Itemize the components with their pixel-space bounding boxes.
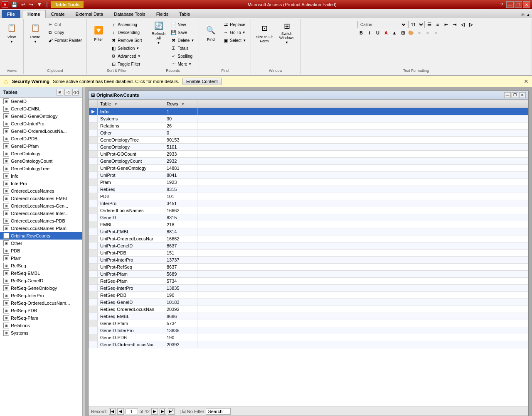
table-row[interactable]: UniProt-EMBL8814 (89, 228, 528, 235)
tab-table[interactable]: Table (174, 10, 195, 18)
help-btn[interactable]: ? (500, 1, 503, 8)
table-row[interactable]: GeneOntologyCount2932 (89, 158, 528, 165)
row-selector[interactable] (89, 306, 98, 313)
table-item[interactable]: ⊞RefSeq (0, 262, 82, 269)
nav-first-btn[interactable]: |◀ (109, 408, 116, 415)
row-selector[interactable] (89, 327, 98, 334)
save-record-button[interactable]: 💾 Save (169, 29, 197, 36)
row-selector[interactable] (89, 235, 98, 242)
panel-collapse-btn[interactable]: ◁ (64, 89, 71, 95)
cut-button[interactable]: ✂ Cut (45, 21, 84, 28)
indent-decrease-btn[interactable]: ⇤ (442, 21, 450, 28)
nav-search-input[interactable] (206, 408, 231, 415)
highlight-btn[interactable]: ▲ (391, 29, 398, 37)
table-row[interactable]: Relations26 (89, 122, 528, 130)
view-button[interactable]: 📋 View ▼ (2, 21, 21, 45)
table-row[interactable]: Other0 (89, 130, 528, 137)
tab-create[interactable]: Create (46, 10, 70, 18)
table-row[interactable]: UniProt-GOCount2933 (89, 151, 528, 158)
panel-search-btn[interactable]: ⊕ (57, 89, 63, 95)
goto-button[interactable]: → Go To ▼ (221, 29, 248, 36)
paste-button[interactable]: 📋 Paste ▼ (26, 21, 44, 45)
table-item[interactable]: ⊞Pfam (0, 254, 82, 262)
toggle-filter-button[interactable]: ⊟ Toggle Filter (108, 60, 144, 68)
table-item[interactable]: ⊞GeneOntology (0, 150, 82, 157)
ribbon-help-btn[interactable]: ⊕ (521, 12, 525, 17)
row-selector[interactable] (89, 122, 98, 130)
row-selector[interactable] (89, 228, 98, 235)
table-row[interactable]: UniProt-GeneID8637 (89, 242, 528, 250)
table-item[interactable]: ⊞RefSeq-GeneID (0, 277, 82, 284)
qa-save-btn[interactable]: 💾 (10, 1, 19, 8)
row-selector[interactable] (89, 186, 98, 193)
enable-content-button[interactable]: Enable Content (182, 78, 222, 85)
list-bullets-btn[interactable]: ☰ (426, 21, 433, 28)
nav-prev-btn[interactable]: ◀ (117, 408, 124, 415)
table-row[interactable]: GeneID-Pfam5734 (89, 320, 528, 327)
table-item[interactable]: ⊞Systems (0, 329, 82, 337)
more-button[interactable]: ⋯ More ▼ (169, 60, 197, 68)
row-selector[interactable] (89, 250, 98, 257)
row-selector[interactable] (89, 158, 98, 165)
table-row[interactable]: RefSeq-GeneID10183 (89, 299, 528, 306)
table-row[interactable]: RefSeq8315 (89, 186, 528, 193)
col-table[interactable]: Table ▼ (98, 100, 164, 108)
descending-button[interactable]: ↓ Descending (108, 29, 144, 36)
tab-home[interactable]: Home (22, 10, 46, 18)
row-selector[interactable] (89, 278, 98, 285)
tw-restore-btn[interactable]: ❐ (512, 92, 518, 98)
align-left-btn[interactable]: ≡ (416, 29, 423, 37)
row-selector[interactable] (89, 172, 98, 179)
tab-fields[interactable]: Fields (151, 10, 174, 18)
row-selector[interactable] (89, 334, 98, 341)
indent-increase-btn[interactable]: ⇥ (451, 21, 458, 28)
row-selector[interactable] (89, 299, 98, 306)
ascending-button[interactable]: ↑ Ascending (108, 21, 144, 28)
row-selector[interactable] (89, 221, 98, 228)
table-row[interactable]: PDB101 (89, 193, 528, 200)
row-selector[interactable] (89, 320, 98, 327)
row-selector[interactable] (89, 271, 98, 278)
table-item[interactable]: ⊞RefSeq-PDB (0, 307, 82, 314)
table-row[interactable]: EMBL218 (89, 221, 528, 228)
table-item[interactable]: ⊞GeneOntologyTree (0, 165, 82, 172)
table-row[interactable]: GeneID8315 (89, 214, 528, 221)
row-selector[interactable] (89, 193, 98, 200)
table-row[interactable]: GeneOntologyTree90153 (89, 137, 528, 144)
table-item[interactable]: ⊞OrderedLocusNames-Pfam (0, 225, 82, 232)
delete-record-button[interactable]: ✖ Delete ▼ (169, 37, 197, 44)
selection-button[interactable]: ◧ Selection ▼ (108, 44, 144, 52)
minimize-btn[interactable]: — (506, 1, 514, 8)
qa-redo-btn[interactable]: ↪ (28, 1, 34, 8)
qa-undo-btn[interactable]: ↩ (20, 1, 27, 8)
align-right-btn[interactable]: ≡ (432, 29, 440, 37)
close-btn[interactable]: ✕ (523, 1, 530, 8)
table-row[interactable]: UniProt-InterPro13737 (89, 257, 528, 264)
table-item[interactable]: ⊞OrderedLocusNames-PDB (0, 217, 82, 225)
table-item[interactable]: ⊞GeneID-PDB (0, 135, 82, 142)
table-item[interactable]: ⊞OrderedLocusNames (0, 187, 82, 195)
nav-last-btn[interactable]: ▶| (160, 408, 166, 415)
row-selector[interactable] (89, 144, 98, 151)
row-selector[interactable] (89, 242, 98, 250)
panel-pin-btn[interactable]: ◁◁ (72, 89, 79, 95)
alternate-row-color-btn[interactable]: 🎨 (407, 29, 415, 37)
table-row[interactable]: ▶Info1 (89, 108, 528, 115)
row-selector[interactable] (89, 257, 98, 264)
rtl-btn[interactable]: ▷ (467, 21, 475, 28)
underline-btn[interactable]: U (374, 29, 382, 37)
advanced-button[interactable]: ⚙ Advanced ▼ (108, 52, 144, 60)
switch-windows-button[interactable]: ⊞ Switch Windows ▼ (276, 21, 298, 45)
select-button[interactable]: ▣ Select ▼ (221, 37, 248, 44)
nav-current-input[interactable] (126, 409, 138, 414)
nav-new-btn[interactable]: ▶* (168, 408, 175, 415)
table-row[interactable]: RefSeq-EMBL8686 (89, 313, 528, 320)
row-selector[interactable] (89, 313, 98, 320)
table-row[interactable]: RefSeq-InterPro13835 (89, 285, 528, 292)
row-selector[interactable] (89, 285, 98, 292)
table-row[interactable]: Systems30 (89, 115, 528, 122)
table-item[interactable]: ⊞Other (0, 240, 82, 247)
tw-minimize-btn[interactable]: — (504, 92, 511, 98)
table-row[interactable]: RefSeq-Pfam5734 (89, 278, 528, 285)
table-row[interactable]: UniProt-Pfam5689 (89, 271, 528, 278)
